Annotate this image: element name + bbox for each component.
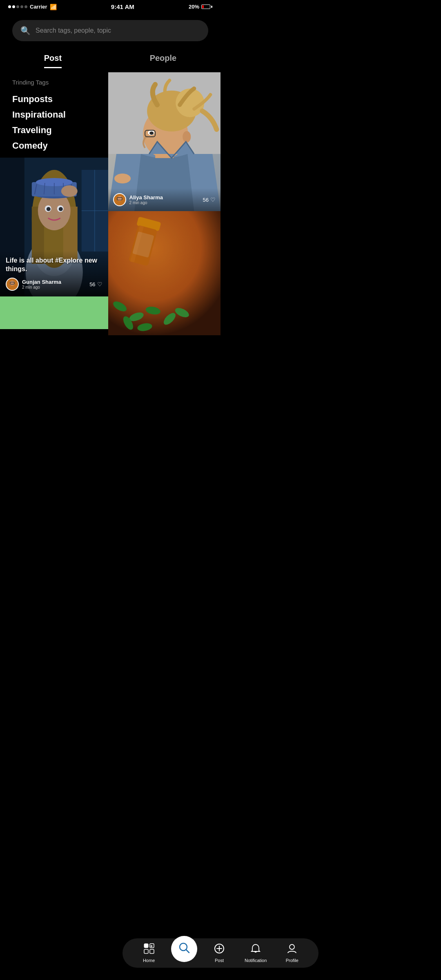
like-number-left: 56 [89,281,95,287]
author-info-gunjan: Gunjan Sharma 2 min ago [22,279,61,290]
like-count-left: 56 ♡ [89,281,102,287]
tag-inspirational[interactable]: Inspirational [12,107,96,122]
time-display: 9:41 AM [111,3,134,10]
right-column: Aliya Sharma 2 min ago 56 ♡ [108,72,220,335]
signal-dots [8,5,27,8]
battery-percent: 20% [189,4,199,10]
post-card-left[interactable]: Life is all about #Explore new things. [0,158,108,296]
post-card-right-top[interactable]: Aliya Sharma 2 min ago 56 ♡ [108,72,220,211]
left-column: Trinding Tags Funposts Inspirational Tra… [0,72,108,335]
svg-point-40 [114,174,131,183]
status-left: Carrier 📶 [8,4,57,10]
author-avatar-right [113,193,126,206]
post-author-left: Gunjan Sharma 2 min ago [6,278,61,291]
battery-icon [201,4,212,9]
svg-rect-58 [108,211,220,335]
dot-5 [24,5,27,8]
dot-2 [12,5,15,8]
right-bottom-post-image-svg [108,211,220,335]
post-overlay-right-top: Aliya Sharma 2 min ago 56 ♡ [108,188,220,211]
post-overlay-left: Life is all about #Explore new things. [0,251,108,296]
post-time-left: 2 min ago [22,285,61,290]
status-bar: Carrier 📶 9:41 AM 20% [0,0,220,12]
avatar-svg-gunjan [7,278,18,291]
trending-tags-section: Trinding Tags Funposts Inspirational Tra… [0,72,108,158]
heart-icon-right[interactable]: ♡ [210,196,216,203]
svg-point-37 [183,131,191,143]
author-name-right: Aliya Sharma [129,194,163,200]
author-info-aliya: Aliya Sharma 2 min ago [129,194,163,205]
green-area [0,296,108,329]
author-avatar-left [6,278,19,291]
tabs-container: Post People [0,45,220,68]
dot-1 [8,5,11,8]
search-bar[interactable]: 🔍 Search tags, people, topic [12,20,208,41]
post-time-right: 2 min ago [129,200,163,205]
tag-traveling[interactable]: Traveling [12,122,96,138]
svg-point-26 [10,281,15,285]
dot-3 [16,5,19,8]
like-count-right: 56 ♡ [203,196,216,203]
author-name-left: Gunjan Sharma [22,279,61,285]
search-section: 🔍 Search tags, people, topic [0,12,220,45]
tag-comedy[interactable]: Comedy [12,138,96,154]
trending-label: Trinding Tags [12,79,96,86]
tag-funposts[interactable]: Funposts [12,91,96,107]
post-caption: Life is all about #Explore new things. [6,256,102,274]
content-grid: Trinding Tags Funposts Inspirational Tra… [0,72,220,335]
dot-4 [20,5,23,8]
carrier-label: Carrier [30,4,47,10]
search-placeholder[interactable]: Search tags, people, topic [36,27,111,34]
avatar-svg-aliya [114,193,125,206]
tab-people[interactable]: People [150,53,177,68]
svg-point-35 [149,131,154,135]
post-card-right-bottom[interactable] [108,211,220,335]
svg-point-42 [117,196,122,201]
search-icon: 🔍 [20,26,31,36]
heart-icon-left[interactable]: ♡ [97,281,102,287]
like-number-right: 56 [203,197,209,203]
status-right: 20% [189,4,212,10]
post-author-right: Aliya Sharma 2 min ago [113,193,163,206]
post-meta-left: Gunjan Sharma 2 min ago 56 ♡ [6,278,102,291]
tab-post[interactable]: Post [44,53,62,68]
wifi-icon: 📶 [50,4,57,10]
